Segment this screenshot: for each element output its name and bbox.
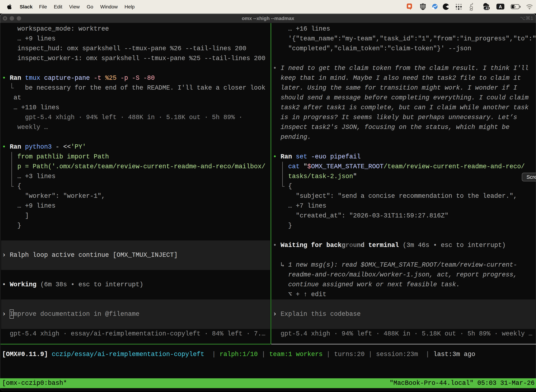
svg-text:..61: ..61 [484,7,489,10]
svg-text:A: A [499,4,502,9]
